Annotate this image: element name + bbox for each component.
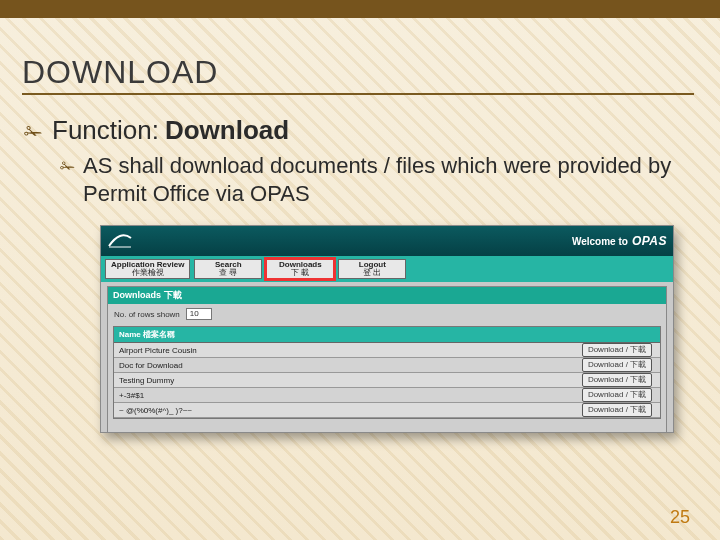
table-row: ~ @(%0%(#^)_ )?~~ Download / 下載 [114,403,660,418]
file-name-cell: Doc for Download [114,359,574,372]
rows-shown-label: No. of rows shown [114,310,180,319]
bullet-text: AS shall download documents / files whic… [83,152,694,207]
action-cell: Download / 下載 [574,403,660,417]
slide-top-accent [0,0,720,18]
nav-search[interactable]: Search 查 尋 [194,259,262,279]
panel-title: Downloads 下載 [108,287,666,304]
download-button[interactable]: Download / 下載 [582,343,652,357]
bullet-glyph-icon: ✁ [60,156,75,179]
table-row: Airport Picture Cousin Download / 下載 [114,343,660,358]
bullet-level-2: ✁ AS shall download documents / files wh… [60,152,694,207]
welcome-text: Welcome to OPAS [572,234,667,248]
action-cell: Download / 下載 [574,343,660,357]
nav-label-zh: 登 出 [363,269,381,277]
downloads-grid: Name 檔案名稱 Airport Picture Cousin Downloa… [113,326,661,419]
app-logo [107,232,133,250]
function-value: Download [165,115,289,146]
slide: DOWNLOAD ✁ Function: Download ✁ AS shall… [0,0,720,443]
download-button[interactable]: Download / 下載 [582,373,652,387]
downloads-panel: Downloads 下載 No. of rows shown 10 Name 檔… [107,286,667,433]
nav-bar: Application Review 作業檢視 Search 查 尋 Downl… [101,256,673,282]
rows-shown-line: No. of rows shown 10 [108,304,666,324]
download-button[interactable]: Download / 下載 [582,388,652,402]
rows-shown-input[interactable]: 10 [186,308,212,320]
table-row: Doc for Download Download / 下載 [114,358,660,373]
app-header: Welcome to OPAS [101,226,673,256]
logo-icon [107,232,133,250]
download-button[interactable]: Download / 下載 [582,403,652,417]
download-button[interactable]: Download / 下載 [582,358,652,372]
file-name-cell: +-3#$1 [114,389,574,402]
nav-application-review[interactable]: Application Review 作業檢視 [105,259,190,279]
slide-page-number: 25 [670,507,690,528]
nav-label-zh: 作業檢視 [132,269,164,277]
function-label: Function: [52,115,159,146]
action-cell: Download / 下載 [574,388,660,402]
welcome-prefix: Welcome to [572,236,628,247]
bullet-glyph-icon: ✁ [24,120,42,146]
title-area: DOWNLOAD [22,54,694,95]
table-row: +-3#$1 Download / 下載 [114,388,660,403]
opas-screenshot: Welcome to OPAS Application Review 作業檢視 … [100,225,674,433]
file-name-cell: ~ @(%0%(#^)_ )?~~ [114,404,574,417]
grid-header-name: Name 檔案名稱 [114,327,660,342]
action-cell: Download / 下載 [574,373,660,387]
nav-logout[interactable]: Logout 登 出 [338,259,406,279]
bullet-level-1: ✁ Function: Download [22,115,694,146]
file-name-cell: Airport Picture Cousin [114,344,574,357]
table-row: Testing Dummy Download / 下載 [114,373,660,388]
slide-title: DOWNLOAD [22,54,694,95]
nav-downloads[interactable]: Downloads 下 載 [266,259,334,279]
file-name-cell: Testing Dummy [114,374,574,387]
app-name: OPAS [632,234,667,248]
action-cell: Download / 下載 [574,358,660,372]
nav-label-zh: 查 尋 [219,269,237,277]
nav-label-zh: 下 載 [291,269,309,277]
grid-header: Name 檔案名稱 [114,327,660,343]
